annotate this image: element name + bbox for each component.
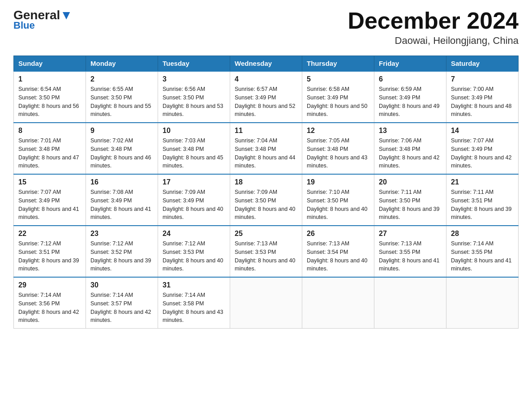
calendar-cell (302, 277, 374, 329)
day-number: 9 (90, 127, 153, 135)
calendar-cell (446, 277, 519, 329)
calendar-week-4: 22Sunrise: 7:12 AMSunset: 3:51 PMDayligh… (14, 226, 519, 277)
day-number: 2 (90, 75, 153, 83)
calendar-cell: 8Sunrise: 7:01 AMSunset: 3:48 PMDaylight… (14, 123, 86, 174)
day-number: 3 (163, 75, 225, 83)
calendar-cell: 30Sunrise: 7:14 AMSunset: 3:57 PMDayligh… (86, 277, 158, 329)
day-number: 8 (18, 127, 81, 135)
calendar-table: SundayMondayTuesdayWednesdayThursdayFrid… (13, 56, 519, 329)
day-number: 24 (163, 230, 225, 238)
day-info: Sunrise: 7:04 AMSunset: 3:48 PMDaylight:… (235, 137, 297, 170)
day-number: 21 (451, 178, 514, 186)
calendar-cell: 10Sunrise: 7:03 AMSunset: 3:48 PMDayligh… (158, 123, 230, 174)
calendar-cell: 13Sunrise: 7:06 AMSunset: 3:48 PMDayligh… (374, 123, 446, 174)
day-number: 23 (90, 230, 153, 238)
calendar-cell: 28Sunrise: 7:14 AMSunset: 3:55 PMDayligh… (446, 226, 519, 277)
day-number: 20 (379, 178, 442, 186)
day-number: 29 (18, 281, 81, 289)
logo: General▼ Blue (13, 9, 73, 31)
day-info: Sunrise: 7:00 AMSunset: 3:49 PMDaylight:… (451, 85, 514, 119)
day-number: 14 (451, 127, 514, 135)
calendar-cell: 6Sunrise: 6:59 AMSunset: 3:49 PMDaylight… (374, 71, 446, 123)
calendar-cell: 12Sunrise: 7:05 AMSunset: 3:48 PMDayligh… (302, 123, 374, 174)
day-info: Sunrise: 7:12 AMSunset: 3:53 PMDaylight:… (163, 240, 225, 273)
day-number: 27 (379, 230, 442, 238)
day-number: 11 (235, 127, 297, 135)
calendar-cell: 3Sunrise: 6:56 AMSunset: 3:50 PMDaylight… (158, 71, 230, 123)
day-info: Sunrise: 6:57 AMSunset: 3:49 PMDaylight:… (235, 85, 297, 119)
day-number: 17 (163, 178, 225, 186)
calendar-cell (374, 277, 446, 329)
day-number: 5 (307, 75, 369, 83)
header-saturday: Saturday (446, 56, 519, 72)
day-number: 16 (90, 178, 153, 186)
day-number: 30 (90, 281, 153, 289)
day-number: 10 (163, 127, 225, 135)
day-info: Sunrise: 7:13 AMSunset: 3:55 PMDaylight:… (379, 240, 442, 273)
location-subtitle: Daowai, Heilongjiang, China (348, 35, 519, 47)
calendar-cell: 31Sunrise: 7:14 AMSunset: 3:58 PMDayligh… (158, 277, 230, 329)
header-friday: Friday (374, 56, 446, 72)
logo-triangle-icon: ▼ (60, 8, 73, 22)
day-number: 18 (235, 178, 297, 186)
calendar-week-5: 29Sunrise: 7:14 AMSunset: 3:56 PMDayligh… (14, 277, 519, 329)
day-number: 6 (379, 75, 442, 83)
day-info: Sunrise: 7:13 AMSunset: 3:53 PMDaylight:… (235, 240, 297, 273)
day-number: 13 (379, 127, 442, 135)
day-info: Sunrise: 7:09 AMSunset: 3:49 PMDaylight:… (163, 188, 225, 222)
day-info: Sunrise: 6:55 AMSunset: 3:50 PMDaylight:… (90, 85, 153, 119)
day-info: Sunrise: 6:54 AMSunset: 3:50 PMDaylight:… (18, 85, 81, 119)
calendar-cell: 19Sunrise: 7:10 AMSunset: 3:50 PMDayligh… (302, 174, 374, 226)
calendar-week-2: 8Sunrise: 7:01 AMSunset: 3:48 PMDaylight… (14, 123, 519, 174)
day-info: Sunrise: 7:12 AMSunset: 3:51 PMDaylight:… (18, 240, 81, 273)
calendar-cell: 29Sunrise: 7:14 AMSunset: 3:56 PMDayligh… (14, 277, 86, 329)
calendar-header-row: SundayMondayTuesdayWednesdayThursdayFrid… (14, 56, 519, 72)
logo-blue-text: Blue (13, 20, 35, 31)
calendar-week-1: 1Sunrise: 6:54 AMSunset: 3:50 PMDaylight… (14, 71, 519, 123)
day-info: Sunrise: 7:07 AMSunset: 3:49 PMDaylight:… (18, 188, 81, 222)
day-info: Sunrise: 7:13 AMSunset: 3:54 PMDaylight:… (307, 240, 369, 273)
calendar-cell: 26Sunrise: 7:13 AMSunset: 3:54 PMDayligh… (302, 226, 374, 277)
day-info: Sunrise: 7:02 AMSunset: 3:48 PMDaylight:… (90, 137, 153, 170)
day-info: Sunrise: 7:11 AMSunset: 3:50 PMDaylight:… (379, 188, 442, 222)
title-block: December 2024 Daowai, Heilongjiang, Chin… (348, 9, 519, 47)
day-number: 19 (307, 178, 369, 186)
day-info: Sunrise: 7:01 AMSunset: 3:48 PMDaylight:… (18, 137, 81, 170)
calendar-cell: 27Sunrise: 7:13 AMSunset: 3:55 PMDayligh… (374, 226, 446, 277)
calendar-cell: 25Sunrise: 7:13 AMSunset: 3:53 PMDayligh… (230, 226, 302, 277)
header-thursday: Thursday (302, 56, 374, 72)
calendar-cell: 21Sunrise: 7:11 AMSunset: 3:51 PMDayligh… (446, 174, 519, 226)
day-info: Sunrise: 6:59 AMSunset: 3:49 PMDaylight:… (379, 85, 442, 119)
day-info: Sunrise: 7:06 AMSunset: 3:48 PMDaylight:… (379, 137, 442, 170)
day-info: Sunrise: 7:14 AMSunset: 3:58 PMDaylight:… (163, 291, 225, 325)
day-info: Sunrise: 7:09 AMSunset: 3:50 PMDaylight:… (235, 188, 297, 222)
day-number: 28 (451, 230, 514, 238)
header-monday: Monday (86, 56, 158, 72)
day-info: Sunrise: 7:03 AMSunset: 3:48 PMDaylight:… (163, 137, 225, 170)
calendar-cell: 11Sunrise: 7:04 AMSunset: 3:48 PMDayligh… (230, 123, 302, 174)
day-number: 7 (451, 75, 514, 83)
day-info: Sunrise: 7:14 AMSunset: 3:56 PMDaylight:… (18, 291, 81, 325)
calendar-cell: 5Sunrise: 6:58 AMSunset: 3:49 PMDaylight… (302, 71, 374, 123)
day-number: 22 (18, 230, 81, 238)
header-sunday: Sunday (14, 56, 86, 72)
calendar-cell: 2Sunrise: 6:55 AMSunset: 3:50 PMDaylight… (86, 71, 158, 123)
calendar-cell: 7Sunrise: 7:00 AMSunset: 3:49 PMDaylight… (446, 71, 519, 123)
month-year-title: December 2024 (348, 9, 519, 32)
day-info: Sunrise: 7:08 AMSunset: 3:49 PMDaylight:… (90, 188, 153, 222)
calendar-cell: 9Sunrise: 7:02 AMSunset: 3:48 PMDaylight… (86, 123, 158, 174)
calendar-cell: 14Sunrise: 7:07 AMSunset: 3:49 PMDayligh… (446, 123, 519, 174)
calendar-cell: 23Sunrise: 7:12 AMSunset: 3:52 PMDayligh… (86, 226, 158, 277)
day-number: 31 (163, 281, 225, 289)
day-info: Sunrise: 6:56 AMSunset: 3:50 PMDaylight:… (163, 85, 225, 119)
calendar-cell: 1Sunrise: 6:54 AMSunset: 3:50 PMDaylight… (14, 71, 86, 123)
day-number: 25 (235, 230, 297, 238)
day-info: Sunrise: 6:58 AMSunset: 3:49 PMDaylight:… (307, 85, 369, 119)
calendar-cell: 18Sunrise: 7:09 AMSunset: 3:50 PMDayligh… (230, 174, 302, 226)
calendar-cell: 17Sunrise: 7:09 AMSunset: 3:49 PMDayligh… (158, 174, 230, 226)
calendar-cell: 15Sunrise: 7:07 AMSunset: 3:49 PMDayligh… (14, 174, 86, 226)
day-info: Sunrise: 7:07 AMSunset: 3:49 PMDaylight:… (451, 137, 514, 170)
calendar-cell: 16Sunrise: 7:08 AMSunset: 3:49 PMDayligh… (86, 174, 158, 226)
day-info: Sunrise: 7:14 AMSunset: 3:57 PMDaylight:… (90, 291, 153, 325)
header-wednesday: Wednesday (230, 56, 302, 72)
